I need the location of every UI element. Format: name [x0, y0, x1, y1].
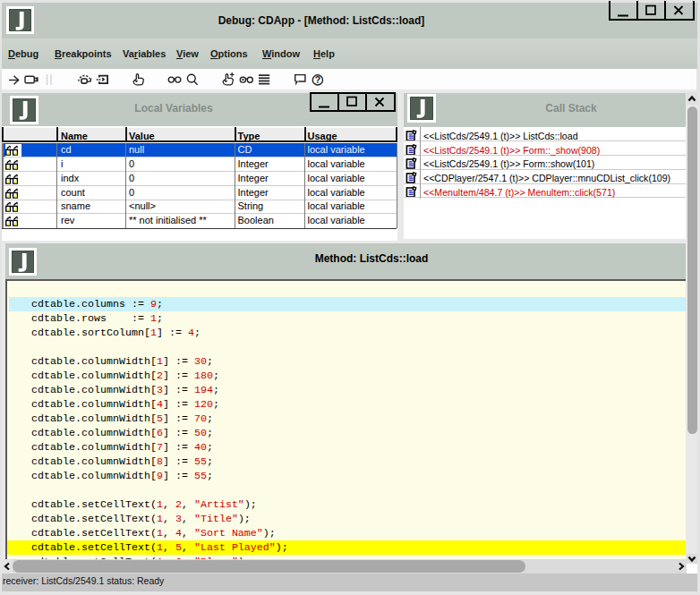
svg-text:?: ? [315, 74, 320, 85]
